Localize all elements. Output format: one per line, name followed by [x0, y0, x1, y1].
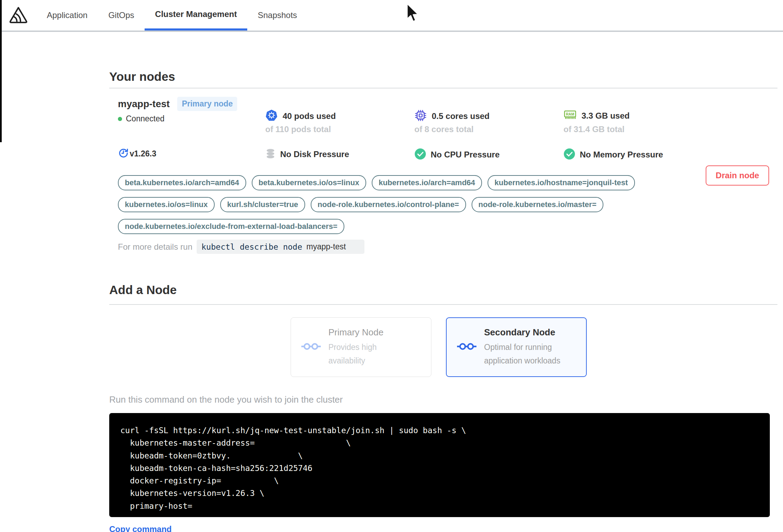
- cluster-management-page: Application GitOps Cluster Management Sn…: [0, 0, 783, 532]
- join-command-line: kubeadm-token-ca-hash=sha256:221d25746: [120, 462, 759, 474]
- node-type-options: Primary Node Provides high availability …: [291, 317, 777, 377]
- memory-pressure-label: No Memory Pressure: [580, 150, 663, 160]
- nav-tabs: Application GitOps Cluster Management Sn…: [36, 0, 308, 31]
- add-node-section: Add a Node Primary Node Provides high av…: [109, 283, 777, 532]
- your-nodes-title: Your nodes: [109, 69, 777, 84]
- node-label-pill: kubernetes.io/hostname=jonquil-test: [488, 175, 635, 190]
- ram-icon: RAM: [563, 109, 577, 122]
- node-name: myapp-test: [118, 98, 170, 110]
- pods-total-label: of 110 pods total: [265, 125, 331, 134]
- version-refresh-icon: [118, 147, 129, 160]
- kubernetes-icon: [265, 109, 278, 123]
- add-node-title: Add a Node: [109, 283, 777, 297]
- secondary-node-option-title: Secondary Node: [484, 327, 567, 338]
- primary-node-option[interactable]: Primary Node Provides high availability: [291, 317, 431, 377]
- window-edge-strip: [0, 0, 2, 142]
- cpu-pressure-label: No CPU Pressure: [431, 150, 500, 160]
- join-command-terminal: curl -fsSL https://kurl.sh/jq-new-test-u…: [109, 413, 770, 517]
- tab-application[interactable]: Application: [36, 0, 98, 31]
- node-link-icon: [457, 342, 476, 353]
- section-divider: [109, 304, 777, 305]
- svg-text:RAM: RAM: [566, 112, 574, 116]
- join-command-line: primary-host=: [120, 500, 759, 512]
- connected-status-label: Connected: [126, 114, 164, 123]
- kubernetes-version-label: v1.26.3: [130, 149, 156, 158]
- check-circle-icon: [563, 148, 575, 161]
- node-label-pill: kurl.sh/cluster=true: [220, 197, 305, 212]
- node-label-pill: node-role.kubernetes.io/control-plane=: [311, 197, 466, 212]
- top-nav: Application GitOps Cluster Management Sn…: [0, 0, 783, 32]
- details-hint-text: For more details run: [118, 242, 192, 252]
- join-command-instruction: Run this command on the node you wish to…: [109, 394, 777, 405]
- kubectl-command-text: kubectl describe node: [201, 242, 302, 251]
- tab-snapshots[interactable]: Snapshots: [247, 0, 307, 31]
- drain-node-button[interactable]: Drain node: [706, 165, 769, 186]
- connected-status-dot: [118, 117, 122, 121]
- disk-pressure-label: No Disk Pressure: [280, 149, 349, 159]
- node-label-pill: kubernetes.io/arch=amd64: [372, 175, 482, 190]
- primary-node-option-title: Primary Node: [328, 327, 412, 338]
- memory-used-value: 3.3 GB used: [582, 111, 630, 121]
- join-command-line: curl -fsSL https://kurl.sh/jq-new-test-u…: [120, 424, 759, 437]
- disk-icon: [265, 148, 276, 161]
- memory-total-label: of 31.4 GB total: [563, 125, 625, 134]
- secondary-node-option-desc: Optimal for running application workload…: [484, 341, 567, 368]
- node-label-pill: node-role.kubernetes.io/master=: [472, 197, 604, 212]
- node-card: myapp-test Primary node Connected v1.26.…: [109, 88, 777, 262]
- join-command-line: docker-registry-ip= \: [120, 474, 759, 487]
- join-command-line: kubernetes-version=v1.26.3 \: [120, 487, 759, 499]
- cores-total-label: of 8 cores total: [414, 125, 474, 134]
- cpu-chip-icon: [414, 109, 427, 123]
- cores-used-value: 0.5 cores used: [432, 111, 490, 121]
- kubectl-command-chip: kubectl describe node myapp-test: [197, 240, 365, 254]
- node-labels: beta.kubernetes.io/arch=amd64 beta.kuber…: [118, 175, 707, 234]
- join-command-line: kubeadm-token=0ztbvy. \: [120, 449, 759, 462]
- node-link-icon: [301, 342, 321, 353]
- your-nodes-section: Your nodes myapp-test Primary node Conne…: [109, 69, 777, 262]
- mouse-cursor: [405, 3, 420, 25]
- node-label-pill: kubernetes.io/os=linux: [118, 197, 215, 212]
- check-circle-icon: [414, 148, 426, 161]
- node-label-pill: node.kubernetes.io/exclude-from-external…: [118, 219, 344, 234]
- node-label-pill: beta.kubernetes.io/arch=amd64: [118, 175, 246, 190]
- secondary-node-option[interactable]: Secondary Node Optimal for running appli…: [446, 317, 587, 377]
- kubectl-command-node: myapp-test: [307, 242, 360, 251]
- primary-node-option-desc: Provides high availability: [328, 341, 412, 368]
- tab-cluster-management[interactable]: Cluster Management: [145, 0, 247, 31]
- pods-used-value: 40 pods used: [283, 111, 336, 121]
- primary-node-badge: Primary node: [177, 97, 237, 111]
- tab-gitops[interactable]: GitOps: [98, 0, 145, 31]
- copy-command-link[interactable]: Copy command: [109, 524, 172, 532]
- join-command-line: kubernetes-master-address= \: [120, 437, 759, 449]
- node-label-pill: beta.kubernetes.io/os=linux: [252, 175, 366, 190]
- kurl-logo-icon[interactable]: [0, 0, 36, 31]
